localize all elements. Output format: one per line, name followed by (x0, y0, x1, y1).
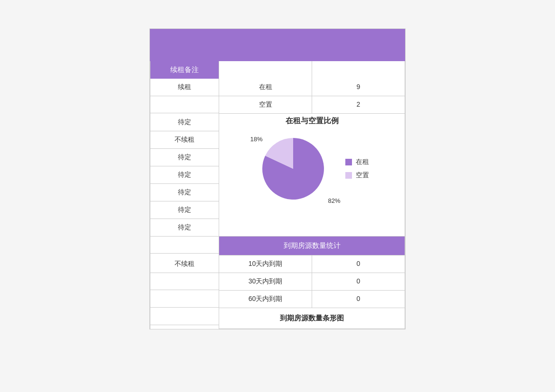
pie-chart-area: 18% 82% (219, 131, 405, 207)
chart-row: 待定 不续租 待定 待定 待定 待定 待定 在租与空置比例 18% (150, 114, 405, 237)
expiry-label-2: 30天内到期 (219, 273, 312, 290)
expiry-value-2: 0 (312, 273, 405, 290)
remark-cell-13 (150, 291, 219, 308)
remark-cell-9: 待定 (150, 219, 219, 237)
legend-label-occupied: 在租 (356, 158, 369, 166)
expiry-header-row: 到期房源数量统计 (150, 237, 405, 255)
pie-label-82: 82% (328, 197, 340, 204)
expiry-value-3: 0 (312, 291, 405, 308)
pie-legend: 在租 空置 (345, 158, 369, 180)
legend-occupied: 在租 (345, 158, 369, 166)
legend-color-occupied (345, 159, 352, 165)
col-header-count: 房屋间数 (312, 61, 405, 79)
expiry-label-1: 10天内到期 (219, 255, 312, 273)
expiry-row-3: 60天内到期 0 (150, 291, 405, 308)
legend-color-vacant (345, 172, 352, 179)
table-header-row: 续租备注 出租状态 房屋间数 (150, 61, 405, 79)
remark-cell-14 (150, 308, 219, 325)
remark-cell-1: 续租 (150, 79, 219, 96)
header-bar (150, 29, 405, 61)
remark-cell-4: 不续租 (150, 131, 219, 149)
expiry-row-2: 30天内到期 0 (150, 273, 405, 291)
remark-cell-5: 待定 (150, 149, 219, 166)
table-row-2: 空置 2 (150, 96, 405, 114)
pie-chart: 18% 82% (255, 131, 331, 207)
remark-cell-12 (150, 273, 219, 290)
remark-cell-2 (150, 96, 219, 113)
remark-cell-10 (150, 237, 219, 254)
col-header-status: 出租状态 (219, 61, 312, 79)
status-cell-1: 在租 (219, 79, 312, 96)
expiry-row-1: 不续租 10天内到期 0 (150, 255, 405, 273)
pie-label-18: 18% (250, 136, 263, 143)
legend-label-vacant: 空置 (356, 171, 369, 180)
bar-chart-title: 到期房源数量条形图 (219, 308, 405, 329)
col-header-remarks: 续租备注 (150, 61, 219, 79)
pie-chart-title: 在租与空置比例 (219, 116, 405, 126)
remark-cell-3: 待定 (150, 114, 219, 131)
expiry-value-1: 0 (312, 255, 405, 273)
remark-cell-11: 不续租 (150, 255, 219, 273)
legend-vacant: 空置 (345, 171, 369, 180)
count-cell-1: 9 (312, 79, 405, 96)
remark-cell-7: 待定 (150, 184, 219, 201)
pie-svg (255, 131, 331, 207)
bar-chart-row: 到期房源数量条形图 (150, 308, 405, 329)
table-row-1: 续租 在租 9 (150, 79, 405, 96)
status-cell-2: 空置 (219, 96, 312, 113)
remark-cell-8: 待定 (150, 201, 219, 219)
main-container: 续租备注 出租状态 房屋间数 续租 在租 9 空置 2 (149, 28, 406, 329)
remark-cell-6: 待定 (150, 166, 219, 184)
count-cell-2: 2 (312, 96, 405, 113)
expiry-header: 到期房源数量统计 (219, 237, 405, 255)
expiry-label-3: 60天内到期 (219, 291, 312, 308)
